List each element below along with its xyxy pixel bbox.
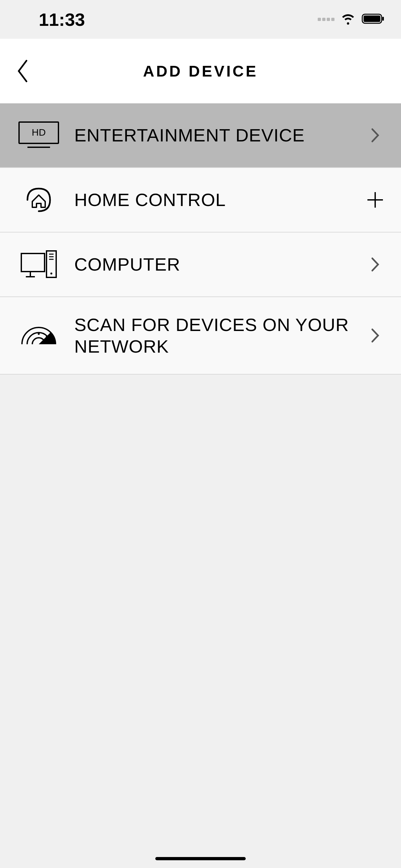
list-item-label: COMPUTER <box>61 253 366 275</box>
list-item-entertainment-device[interactable]: HD ENTERTAINMENT DEVICE <box>0 103 401 168</box>
list-item-computer[interactable]: COMPUTER <box>0 232 401 297</box>
radar-icon <box>16 316 61 355</box>
svg-rect-1 <box>364 16 380 22</box>
device-category-list: HD ENTERTAINMENT DEVICE HOME CONTROL COM… <box>0 103 401 375</box>
cellular-signal-icon <box>318 18 335 21</box>
plus-icon <box>366 190 385 210</box>
chevron-right-icon <box>366 255 385 274</box>
list-item-label: ENTERTAINMENT DEVICE <box>61 124 366 146</box>
list-item-scan-network[interactable]: SCAN FOR DEVICES ON YOUR NETWORK <box>0 297 401 375</box>
chevron-left-icon <box>16 58 29 84</box>
status-indicators <box>318 11 385 27</box>
svg-point-17 <box>46 336 48 337</box>
battery-icon <box>362 13 385 26</box>
page-title: ADD DEVICE <box>0 62 401 80</box>
computer-icon <box>16 245 61 284</box>
svg-text:HD: HD <box>32 127 45 137</box>
back-button[interactable] <box>10 55 35 87</box>
chevron-right-icon <box>366 326 385 345</box>
svg-rect-8 <box>21 253 44 272</box>
list-item-home-control[interactable]: HOME CONTROL <box>0 168 401 232</box>
chevron-right-icon <box>366 126 385 145</box>
list-item-label: SCAN FOR DEVICES ON YOUR NETWORK <box>61 314 366 357</box>
status-time: 11:33 <box>39 9 85 30</box>
nav-header: ADD DEVICE <box>0 39 401 103</box>
status-bar: 11:33 <box>0 0 401 39</box>
svg-point-15 <box>50 273 52 275</box>
list-item-label: HOME CONTROL <box>61 189 366 211</box>
home-icon <box>16 181 61 219</box>
wifi-icon <box>341 11 355 27</box>
svg-point-16 <box>38 333 40 335</box>
tv-hd-icon: HD <box>16 116 61 155</box>
home-indicator[interactable] <box>155 857 246 860</box>
svg-rect-2 <box>382 17 384 21</box>
